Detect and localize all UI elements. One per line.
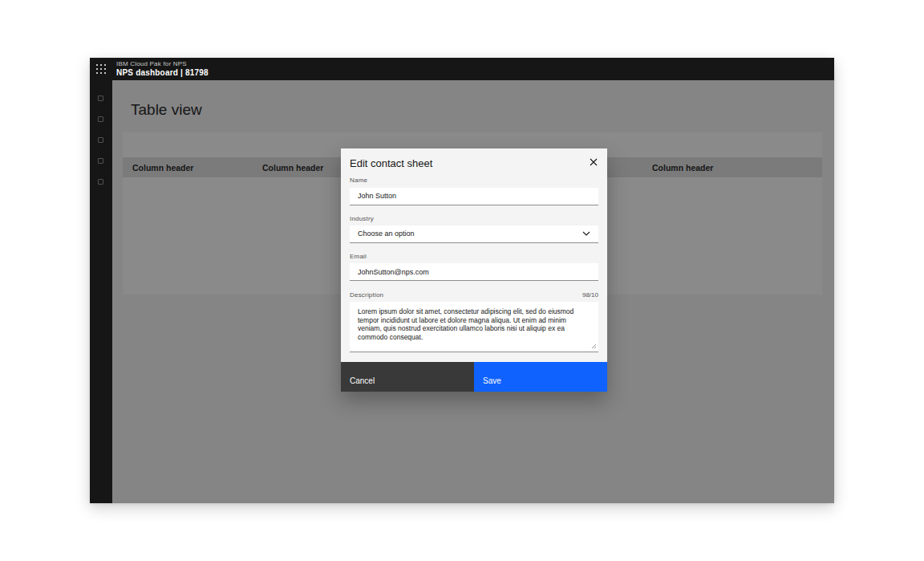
- description-label: Description: [350, 291, 383, 299]
- industry-field-group: Industry Choose an option: [350, 215, 598, 243]
- modal-footer: Cancel Save: [341, 362, 607, 392]
- description-label-row: Description 98/10: [350, 291, 598, 299]
- name-field-group: Name: [350, 177, 598, 205]
- close-button[interactable]: [586, 154, 602, 170]
- email-label: Email: [350, 253, 598, 260]
- app-window: IBM Cloud Pak for NPS NPS dashboard | 81…: [90, 58, 834, 503]
- titlebar: IBM Cloud Pak for NPS NPS dashboard | 81…: [90, 58, 834, 80]
- save-button[interactable]: Save: [474, 362, 607, 392]
- email-input[interactable]: [350, 263, 598, 281]
- description-textarea-wrap: Lorem ipsum dolor sit amet, consectetur …: [350, 302, 598, 352]
- edit-contact-sheet-modal: Edit contact sheet Name Industry Choose …: [341, 148, 607, 392]
- industry-selected-value: Choose an option: [358, 230, 415, 238]
- cancel-button[interactable]: Cancel: [341, 362, 474, 392]
- modal-header: Edit contact sheet: [341, 148, 607, 169]
- resize-handle-icon[interactable]: [591, 344, 597, 349]
- close-icon: [590, 158, 598, 166]
- name-label: Name: [350, 177, 598, 184]
- dashboard-title: NPS dashboard | 81798: [116, 68, 209, 78]
- name-input[interactable]: [350, 188, 598, 205]
- industry-dropdown[interactable]: Choose an option: [350, 226, 598, 243]
- description-field-group: Description 98/10 Lorem ipsum dolor sit …: [350, 291, 598, 352]
- modal-title: Edit contact sheet: [350, 157, 598, 169]
- app-switcher-button[interactable]: [90, 58, 112, 80]
- description-textarea[interactable]: Lorem ipsum dolor sit amet, consectetur …: [350, 302, 598, 352]
- email-field-group: Email: [350, 253, 598, 282]
- grid-icon: [96, 64, 106, 74]
- titlebar-text: IBM Cloud Pak for NPS NPS dashboard | 81…: [112, 60, 209, 78]
- product-eyebrow: IBM Cloud Pak for NPS: [116, 60, 209, 68]
- industry-label: Industry: [350, 215, 598, 222]
- character-counter: 98/10: [582, 291, 598, 299]
- modal-body: Name Industry Choose an option Email De: [341, 177, 607, 352]
- chevron-down-icon: [582, 231, 590, 236]
